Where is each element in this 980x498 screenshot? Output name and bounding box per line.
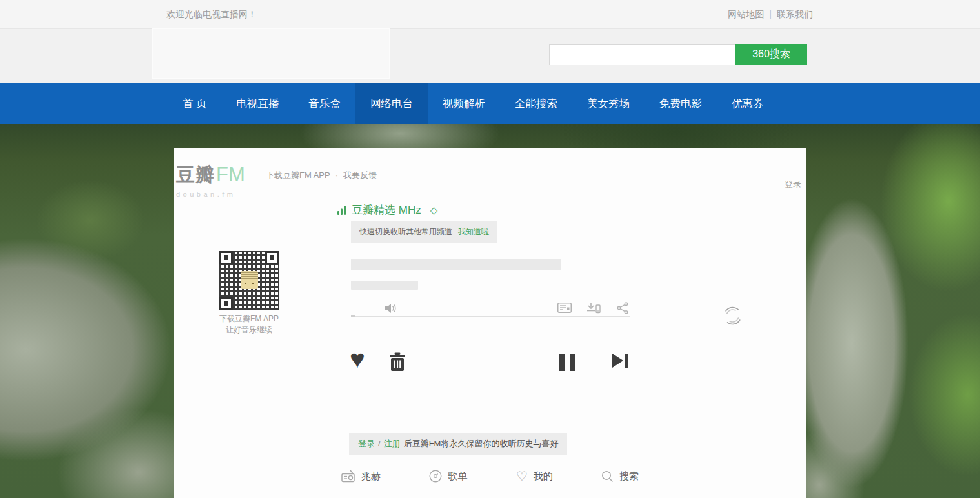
qr-caption-line2: 让好音乐继续 — [206, 324, 292, 335]
download-icon — [586, 302, 601, 314]
qr-captions: 下载豆瓣FM APP 让好音乐继续 — [206, 314, 292, 335]
song-title-loading-placeholder — [351, 259, 561, 270]
signal-bars-icon — [337, 205, 346, 215]
bottomnav-label: 歌单 — [448, 470, 467, 483]
nav-item-video-parse[interactable]: 视频解析 — [428, 83, 500, 124]
next-track-button[interactable] — [612, 354, 628, 368]
bottomnav-item-search[interactable]: 搜索 — [601, 470, 639, 483]
site-header: 360搜索 — [0, 29, 980, 83]
radio-icon — [341, 470, 355, 483]
links-dot-separator: · — [335, 170, 338, 180]
tooltip-dismiss-link[interactable]: 我知道啦 — [458, 227, 489, 236]
login-link[interactable]: 登录 — [358, 439, 375, 448]
search-button[interactable]: 360搜索 — [735, 44, 807, 65]
qr-finder-square — [265, 251, 279, 264]
heart-icon: ♥ — [350, 344, 365, 373]
trash-icon — [389, 352, 406, 372]
logo-text-fm: FM — [216, 163, 245, 186]
topbar-links-separator: | — [769, 9, 772, 19]
artist-loading-placeholder — [351, 281, 418, 290]
register-link[interactable]: 注册 — [384, 439, 401, 448]
qr-finder-square — [219, 251, 233, 264]
bottomnav-label: 兆赫 — [361, 470, 381, 483]
qr-radio-mascot — [241, 271, 258, 289]
logo-text-cn: 豆瓣 — [176, 164, 215, 185]
search-input[interactable] — [549, 44, 735, 65]
nav-item-tv-live[interactable]: 电视直播 — [222, 83, 294, 124]
share-button[interactable] — [617, 302, 628, 314]
channel-dropdown-icon[interactable]: ◇ — [430, 204, 438, 216]
trash-button[interactable] — [389, 352, 406, 372]
site-logo-placeholder[interactable] — [152, 28, 390, 79]
download-app-link[interactable]: 下载豆瓣FM APP — [266, 170, 330, 180]
bottomnav-item-playlist[interactable]: 歌单 — [429, 470, 467, 483]
nav-item-coupon[interactable]: 优惠券 — [717, 83, 779, 124]
skip-next-icon — [612, 354, 628, 368]
slash-separator: / — [378, 439, 381, 448]
seek-bar-elapsed — [351, 315, 355, 317]
bottomnav-label: 搜索 — [619, 470, 639, 483]
fm-bottom-nav: 兆赫 歌单 ♡ 我的 搜索 — [341, 470, 639, 483]
douban-fm-panel: 豆瓣FM douban.fm 下载豆瓣FM APP·我要反馈 登录 豆瓣精选 M… — [174, 148, 806, 498]
qr-caption-line1: 下载豆瓣FM APP — [206, 314, 292, 324]
search-bar: 360搜索 — [549, 44, 807, 65]
sitemap-link[interactable]: 网站地图 — [728, 9, 764, 19]
douban-fm-logo[interactable]: 豆瓣FM douban.fm — [176, 163, 245, 198]
bottomnav-label: 我的 — [534, 470, 553, 483]
share-icon — [617, 302, 628, 314]
qr-finder-square — [219, 297, 233, 310]
login-register-bar: 登录/注册后豆瓣FM将永久保留你的收听历史与喜好 — [349, 433, 567, 455]
nav-item-home[interactable]: 首 页 — [168, 83, 222, 124]
bottomnav-item-mhz[interactable]: 兆赫 — [341, 470, 381, 483]
heart-outline-icon: ♡ — [516, 470, 528, 483]
welcome-text: 欢迎光临电视直播网！ — [166, 9, 257, 21]
pause-button[interactable] — [559, 354, 575, 371]
channel-selector-row[interactable]: 豆瓣精选 MHz ◇ — [337, 203, 437, 217]
fm-top-links: 下载豆瓣FM APP·我要反馈 — [266, 170, 377, 181]
like-button[interactable]: ♥ — [350, 346, 365, 372]
lyrics-icon — [557, 303, 572, 313]
channel-name[interactable]: 豆瓣精选 MHz — [352, 203, 421, 217]
logo-domain-text: douban.fm — [176, 190, 245, 198]
top-utility-bar: 欢迎光临电视直播网！ 网站地图|联系我们 — [0, 0, 980, 29]
contact-link[interactable]: 联系我们 — [777, 9, 813, 19]
loading-spinner-icon — [722, 305, 743, 329]
nav-item-web-radio[interactable]: 网络电台 — [355, 83, 428, 124]
main-nav: 首 页 电视直播 音乐盒 网络电台 视频解析 全能搜索 美女秀场 免费电影 优惠… — [0, 83, 980, 124]
lyrics-button[interactable] — [557, 303, 572, 313]
nav-item-free-movie[interactable]: 免费电影 — [645, 83, 717, 124]
channel-tooltip: 快速切换收听其他常用频道我知道啦 — [351, 221, 497, 243]
volume-button[interactable] — [385, 303, 398, 314]
fm-login-link[interactable]: 登录 — [785, 179, 801, 190]
nav-item-music-box[interactable]: 音乐盒 — [294, 83, 356, 124]
nav-item-beauty-show[interactable]: 美女秀场 — [572, 83, 645, 124]
nav-item-omni-search[interactable]: 全能搜索 — [500, 83, 572, 124]
pause-icon — [559, 354, 575, 371]
feedback-link[interactable]: 我要反馈 — [343, 170, 377, 180]
app-qr-block: 下载豆瓣FM APP 让好音乐继续 — [219, 251, 279, 310]
volume-icon — [385, 303, 398, 314]
bottomnav-item-mine[interactable]: ♡ 我的 — [516, 470, 553, 483]
seek-bar[interactable] — [351, 316, 630, 317]
login-bar-message: 后豆瓣FM将永久保留你的收听历史与喜好 — [404, 439, 559, 448]
search-icon — [601, 470, 614, 483]
tooltip-text: 快速切换收听其他常用频道 — [359, 227, 452, 236]
topbar-links: 网站地图|联系我们 — [728, 9, 813, 21]
download-button[interactable] — [586, 302, 601, 314]
disc-icon — [429, 470, 442, 483]
qr-code-image — [219, 251, 279, 310]
